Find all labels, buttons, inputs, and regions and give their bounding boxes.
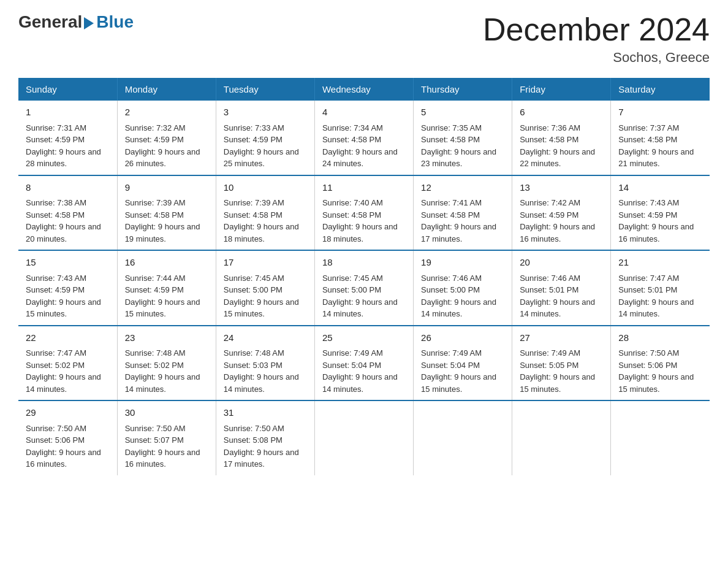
header-sunday: Sunday bbox=[18, 78, 117, 101]
calendar-day-cell: 8Sunrise: 7:38 AMSunset: 4:58 PMDaylight… bbox=[18, 175, 117, 251]
calendar-day-cell: 25Sunrise: 7:49 AMSunset: 5:04 PMDayligh… bbox=[314, 326, 413, 401]
calendar-day-cell: 16Sunrise: 7:44 AMSunset: 4:59 PMDayligh… bbox=[117, 250, 216, 326]
calendar-day-cell: 10Sunrise: 7:39 AMSunset: 4:58 PMDayligh… bbox=[216, 175, 314, 251]
calendar-day-cell: 13Sunrise: 7:42 AMSunset: 4:59 PMDayligh… bbox=[512, 175, 611, 251]
calendar-day-cell: 31Sunrise: 7:50 AMSunset: 5:08 PMDayligh… bbox=[216, 400, 314, 475]
day-info: Sunrise: 7:48 AMSunset: 5:02 PMDaylight:… bbox=[125, 348, 200, 394]
day-number: 11 bbox=[322, 181, 406, 195]
calendar-day-cell: 5Sunrise: 7:35 AMSunset: 4:58 PMDaylight… bbox=[414, 101, 512, 175]
day-info: Sunrise: 7:48 AMSunset: 5:03 PMDaylight:… bbox=[224, 348, 299, 394]
day-info: Sunrise: 7:44 AMSunset: 4:59 PMDaylight:… bbox=[125, 274, 200, 319]
day-number: 7 bbox=[618, 105, 702, 120]
calendar-day-cell: 3Sunrise: 7:33 AMSunset: 4:59 PMDaylight… bbox=[216, 101, 314, 175]
calendar-day-cell: 1Sunrise: 7:31 AMSunset: 4:59 PMDaylight… bbox=[18, 101, 117, 175]
calendar-day-cell: 14Sunrise: 7:43 AMSunset: 4:59 PMDayligh… bbox=[611, 175, 710, 251]
day-info: Sunrise: 7:43 AMSunset: 4:59 PMDaylight:… bbox=[618, 198, 694, 243]
day-info: Sunrise: 7:34 AMSunset: 4:58 PMDaylight:… bbox=[322, 123, 398, 169]
day-info: Sunrise: 7:33 AMSunset: 4:59 PMDaylight:… bbox=[224, 123, 299, 169]
day-number: 16 bbox=[125, 256, 208, 270]
calendar-day-cell: 20Sunrise: 7:46 AMSunset: 5:01 PMDayligh… bbox=[512, 250, 611, 326]
calendar-week-row: 29Sunrise: 7:50 AMSunset: 5:06 PMDayligh… bbox=[18, 400, 710, 475]
day-number: 21 bbox=[618, 256, 702, 270]
day-number: 25 bbox=[322, 331, 406, 345]
day-number: 5 bbox=[421, 105, 504, 120]
logo: General Blue bbox=[18, 12, 134, 32]
calendar-day-cell bbox=[512, 400, 611, 475]
calendar-day-cell: 9Sunrise: 7:39 AMSunset: 4:58 PMDaylight… bbox=[117, 175, 216, 251]
day-info: Sunrise: 7:39 AMSunset: 4:58 PMDaylight:… bbox=[125, 198, 200, 243]
calendar-day-cell: 19Sunrise: 7:46 AMSunset: 5:00 PMDayligh… bbox=[414, 250, 512, 326]
header-saturday: Saturday bbox=[611, 78, 710, 101]
page-header: General Blue December 2024 Sochos, Greec… bbox=[18, 12, 710, 66]
day-info: Sunrise: 7:46 AMSunset: 5:00 PMDaylight:… bbox=[421, 274, 496, 319]
day-number: 29 bbox=[26, 406, 110, 420]
day-info: Sunrise: 7:43 AMSunset: 4:59 PMDaylight:… bbox=[26, 274, 101, 319]
calendar-day-cell: 27Sunrise: 7:49 AMSunset: 5:05 PMDayligh… bbox=[512, 326, 611, 401]
day-number: 15 bbox=[26, 256, 110, 270]
day-number: 10 bbox=[224, 181, 307, 195]
calendar-day-cell: 12Sunrise: 7:41 AMSunset: 4:58 PMDayligh… bbox=[414, 175, 512, 251]
calendar-day-cell: 2Sunrise: 7:32 AMSunset: 4:59 PMDaylight… bbox=[117, 101, 216, 175]
header-wednesday: Wednesday bbox=[314, 78, 413, 101]
calendar-week-row: 1Sunrise: 7:31 AMSunset: 4:59 PMDaylight… bbox=[18, 101, 710, 175]
day-number: 14 bbox=[618, 181, 702, 195]
calendar-day-cell: 23Sunrise: 7:48 AMSunset: 5:02 PMDayligh… bbox=[117, 326, 216, 401]
day-info: Sunrise: 7:40 AMSunset: 4:58 PMDaylight:… bbox=[322, 198, 398, 243]
header-thursday: Thursday bbox=[414, 78, 512, 101]
day-number: 1 bbox=[26, 105, 110, 120]
calendar-header: Sunday Monday Tuesday Wednesday Thursday… bbox=[18, 78, 710, 101]
calendar-day-cell: 18Sunrise: 7:45 AMSunset: 5:00 PMDayligh… bbox=[314, 250, 413, 326]
day-number: 27 bbox=[520, 331, 603, 345]
day-info: Sunrise: 7:36 AMSunset: 4:58 PMDaylight:… bbox=[520, 123, 595, 169]
day-info: Sunrise: 7:49 AMSunset: 5:04 PMDaylight:… bbox=[421, 348, 496, 394]
day-number: 28 bbox=[618, 331, 702, 345]
calendar-day-cell: 26Sunrise: 7:49 AMSunset: 5:04 PMDayligh… bbox=[414, 326, 512, 401]
day-info: Sunrise: 7:35 AMSunset: 4:58 PMDaylight:… bbox=[421, 123, 496, 169]
calendar-day-cell bbox=[414, 400, 512, 475]
header-tuesday: Tuesday bbox=[216, 78, 314, 101]
calendar-week-row: 22Sunrise: 7:47 AMSunset: 5:02 PMDayligh… bbox=[18, 326, 710, 401]
calendar-day-cell: 17Sunrise: 7:45 AMSunset: 5:00 PMDayligh… bbox=[216, 250, 314, 326]
day-info: Sunrise: 7:45 AMSunset: 5:00 PMDaylight:… bbox=[224, 274, 299, 319]
day-info: Sunrise: 7:49 AMSunset: 5:04 PMDaylight:… bbox=[322, 348, 398, 394]
calendar-subtitle: Sochos, Greece bbox=[483, 50, 710, 66]
calendar-table: Sunday Monday Tuesday Wednesday Thursday… bbox=[18, 78, 710, 475]
day-info: Sunrise: 7:50 AMSunset: 5:06 PMDaylight:… bbox=[26, 424, 101, 469]
day-number: 19 bbox=[421, 256, 504, 270]
day-info: Sunrise: 7:46 AMSunset: 5:01 PMDaylight:… bbox=[520, 274, 595, 319]
day-info: Sunrise: 7:39 AMSunset: 4:58 PMDaylight:… bbox=[224, 198, 299, 243]
day-number: 2 bbox=[125, 105, 208, 120]
day-info: Sunrise: 7:42 AMSunset: 4:59 PMDaylight:… bbox=[520, 198, 595, 243]
day-info: Sunrise: 7:50 AMSunset: 5:06 PMDaylight:… bbox=[618, 348, 694, 394]
logo-blue-text: Blue bbox=[96, 12, 134, 32]
day-number: 17 bbox=[224, 256, 307, 270]
calendar-week-row: 8Sunrise: 7:38 AMSunset: 4:58 PMDaylight… bbox=[18, 175, 710, 251]
day-number: 9 bbox=[125, 181, 208, 195]
day-info: Sunrise: 7:49 AMSunset: 5:05 PMDaylight:… bbox=[520, 348, 595, 394]
calendar-title: December 2024 bbox=[483, 12, 710, 47]
logo-general-text: General bbox=[18, 12, 82, 32]
day-number: 20 bbox=[520, 256, 603, 270]
day-number: 8 bbox=[26, 181, 110, 195]
day-info: Sunrise: 7:41 AMSunset: 4:58 PMDaylight:… bbox=[421, 198, 496, 243]
calendar-day-cell bbox=[611, 400, 710, 475]
logo-arrow-icon bbox=[84, 17, 94, 29]
day-number: 18 bbox=[322, 256, 406, 270]
day-info: Sunrise: 7:45 AMSunset: 5:00 PMDaylight:… bbox=[322, 274, 398, 319]
title-section: December 2024 Sochos, Greece bbox=[483, 12, 710, 66]
calendar-week-row: 15Sunrise: 7:43 AMSunset: 4:59 PMDayligh… bbox=[18, 250, 710, 326]
day-info: Sunrise: 7:38 AMSunset: 4:58 PMDaylight:… bbox=[26, 198, 101, 243]
day-number: 24 bbox=[224, 331, 307, 345]
calendar-day-cell: 4Sunrise: 7:34 AMSunset: 4:58 PMDaylight… bbox=[314, 101, 413, 175]
calendar-day-cell: 30Sunrise: 7:50 AMSunset: 5:07 PMDayligh… bbox=[117, 400, 216, 475]
header-monday: Monday bbox=[117, 78, 216, 101]
day-number: 13 bbox=[520, 181, 603, 195]
calendar-day-cell: 22Sunrise: 7:47 AMSunset: 5:02 PMDayligh… bbox=[18, 326, 117, 401]
day-info: Sunrise: 7:50 AMSunset: 5:07 PMDaylight:… bbox=[125, 424, 200, 469]
day-number: 31 bbox=[224, 406, 307, 420]
calendar-day-cell bbox=[314, 400, 413, 475]
calendar-body: 1Sunrise: 7:31 AMSunset: 4:59 PMDaylight… bbox=[18, 101, 710, 475]
calendar-day-cell: 21Sunrise: 7:47 AMSunset: 5:01 PMDayligh… bbox=[611, 250, 710, 326]
day-info: Sunrise: 7:31 AMSunset: 4:59 PMDaylight:… bbox=[26, 123, 101, 169]
day-info: Sunrise: 7:47 AMSunset: 5:01 PMDaylight:… bbox=[618, 274, 694, 319]
